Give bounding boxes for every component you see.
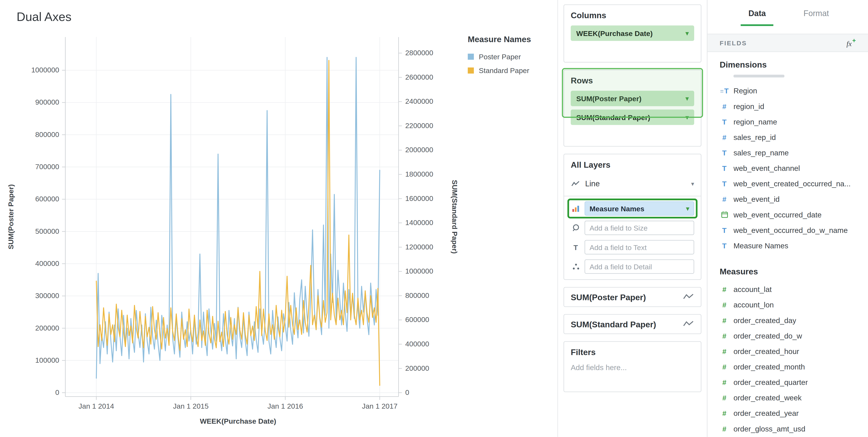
field-item[interactable]: Tweb_event_occurred_do_w_name bbox=[720, 222, 864, 238]
field-item[interactable]: #order_created_hour bbox=[720, 343, 864, 359]
axis-tick-label: 800000 bbox=[35, 130, 59, 138]
field-item[interactable]: TMeasure Names bbox=[720, 238, 864, 253]
text-icon: T bbox=[720, 165, 729, 172]
number-icon: # bbox=[720, 103, 729, 110]
number-icon: # bbox=[720, 348, 729, 355]
pill-label: SUM(Poster Paper) bbox=[576, 94, 642, 102]
color-shelf: Measure Names ▾ bbox=[571, 201, 694, 216]
field-label: order_created_week bbox=[734, 394, 802, 402]
field-label: web_event_occurred_date bbox=[734, 210, 822, 219]
field-label: web_event_created_occurred_na... bbox=[734, 179, 850, 188]
tab-format[interactable]: Format bbox=[804, 0, 829, 26]
number-icon: # bbox=[720, 378, 729, 386]
tab-data-label: Data bbox=[748, 8, 766, 18]
clipped-field-item bbox=[734, 75, 784, 77]
field-item[interactable]: Tweb_event_channel bbox=[720, 161, 864, 176]
tab-data[interactable]: Data bbox=[748, 0, 766, 26]
legend-item[interactable]: Standard Paper bbox=[468, 66, 531, 74]
axis-tick-label: 900000 bbox=[35, 98, 59, 106]
layer-section-label: SUM(Poster Paper) bbox=[571, 292, 646, 302]
axis-tick-label: 500000 bbox=[35, 227, 59, 235]
field-item[interactable]: #order_created_month bbox=[720, 359, 864, 374]
field-label: order_created_year bbox=[734, 409, 799, 417]
field-label: order_created_quarter bbox=[734, 378, 808, 386]
axis-tick-label: 1600000 bbox=[405, 194, 433, 202]
field-item[interactable]: web_event_occurred_date bbox=[720, 207, 864, 222]
field-item[interactable]: #web_event_id bbox=[720, 192, 864, 207]
chevron-down-icon: ▾ bbox=[686, 30, 688, 36]
dimensions-title: Dimensions bbox=[720, 60, 864, 69]
axis-tick-label: 2000000 bbox=[405, 146, 433, 154]
columns-shelf: Columns WEEK(Purchase Date)▾ bbox=[563, 4, 701, 63]
axis-tick-label: 100000 bbox=[35, 356, 59, 364]
fields-header-bar: FIELDS fx+ bbox=[707, 34, 868, 52]
field-item[interactable]: =TRegion bbox=[720, 83, 864, 98]
legend-label: Poster Paper bbox=[479, 53, 521, 61]
field-label: order_created_do_w bbox=[734, 332, 802, 340]
field-item[interactable]: #order_created_week bbox=[720, 390, 864, 405]
filters-placeholder[interactable]: Add fields here... bbox=[571, 363, 694, 379]
size-field-input[interactable]: Add a field to Size bbox=[585, 221, 694, 235]
field-item[interactable]: #order_created_quarter bbox=[720, 374, 864, 390]
axis-tick-label: 800000 bbox=[405, 291, 429, 299]
detail-field-input[interactable]: Add a field to Detail bbox=[585, 259, 694, 274]
text-placeholder: Add a field to Text bbox=[590, 243, 647, 251]
pill-label: WEEK(Purchase Date) bbox=[576, 29, 652, 37]
mark-type-select[interactable]: Line ▾ bbox=[564, 175, 701, 196]
calculated-text-icon: =T bbox=[720, 87, 729, 94]
axis-tick-label: 200000 bbox=[35, 324, 59, 332]
y-left-axis-title: SUM(Poster Paper) bbox=[7, 184, 15, 249]
legend-swatch bbox=[468, 54, 474, 60]
rows-shelf: Rows SUM(Poster Paper)▾SUM(Standard Pape… bbox=[563, 70, 701, 146]
number-icon: # bbox=[720, 317, 729, 324]
field-item[interactable]: Tweb_event_created_occurred_na... bbox=[720, 176, 864, 192]
layer-sections: SUM(Poster Paper)SUM(Standard Paper) bbox=[558, 287, 707, 334]
size-placeholder: Add a field to Size bbox=[590, 224, 648, 232]
add-calculated-field-button[interactable]: fx+ bbox=[846, 37, 856, 48]
dimensions-list: =TRegion#region_idTregion_name#sales_rep… bbox=[720, 83, 864, 254]
layer-section[interactable]: SUM(Poster Paper) bbox=[563, 287, 701, 307]
chevron-down-icon: ▾ bbox=[686, 205, 689, 211]
field-item[interactable]: #region_id bbox=[720, 98, 864, 114]
text-icon: T bbox=[720, 118, 729, 125]
color-field-pill[interactable]: Measure Names ▾ bbox=[585, 201, 694, 216]
mark-type-value: Line bbox=[585, 179, 687, 188]
field-item[interactable]: #account_lon bbox=[720, 297, 864, 312]
axis-tick-label: 2800000 bbox=[405, 49, 433, 57]
field-item[interactable]: #order_gloss_amt_usd bbox=[720, 421, 864, 436]
axis-tick-label: 2400000 bbox=[405, 97, 433, 105]
shelf-pill[interactable]: SUM(Standard Paper)▾ bbox=[571, 109, 694, 125]
axis-tick-label: 400000 bbox=[405, 340, 429, 348]
axis-tick-label: 1000000 bbox=[31, 66, 59, 74]
axis-tick-label: Jan 1 2015 bbox=[173, 402, 209, 410]
field-item[interactable]: #order_created_do_w bbox=[720, 328, 864, 343]
text-icon: T bbox=[720, 180, 729, 187]
shelf-pill[interactable]: WEEK(Purchase Date)▾ bbox=[571, 25, 694, 41]
filters-title: Filters bbox=[571, 347, 694, 357]
measures-list: #account_lat#account_lon#order_created_d… bbox=[720, 281, 864, 436]
field-label: order_created_hour bbox=[734, 347, 799, 355]
legend-items: Poster PaperStandard Paper bbox=[468, 53, 531, 74]
axis-tick-label: 600000 bbox=[35, 195, 59, 203]
legend-item[interactable]: Poster Paper bbox=[468, 53, 531, 61]
field-item[interactable]: Tsales_rep_name bbox=[720, 145, 864, 160]
field-item[interactable]: #order_created_day bbox=[720, 312, 864, 328]
fx-icon: fx bbox=[846, 40, 852, 48]
layer-section[interactable]: SUM(Standard Paper) bbox=[563, 314, 701, 334]
all-layers-card: All Layers Line ▾ Measure Names ▾ bbox=[563, 154, 701, 280]
axis-tick-label: 1400000 bbox=[405, 218, 433, 227]
shelf-pill[interactable]: SUM(Poster Paper)▾ bbox=[571, 91, 694, 106]
all-layers-title: All Layers bbox=[571, 160, 694, 169]
field-label: web_event_id bbox=[734, 195, 780, 203]
field-item[interactable]: #account_lat bbox=[720, 281, 864, 297]
field-item[interactable]: #order_created_year bbox=[720, 405, 864, 421]
columns-pills: WEEK(Purchase Date)▾ bbox=[571, 25, 694, 41]
field-label: account_lon bbox=[734, 301, 774, 309]
text-icon: T bbox=[720, 149, 729, 156]
field-label: web_event_occurred_do_w_name bbox=[734, 226, 848, 234]
text-icon: T bbox=[571, 243, 581, 251]
axis-tick-label: 0 bbox=[405, 388, 409, 396]
field-item[interactable]: Tregion_name bbox=[720, 114, 864, 129]
text-field-input[interactable]: Add a field to Text bbox=[585, 240, 694, 255]
field-item[interactable]: #sales_rep_id bbox=[720, 129, 864, 145]
